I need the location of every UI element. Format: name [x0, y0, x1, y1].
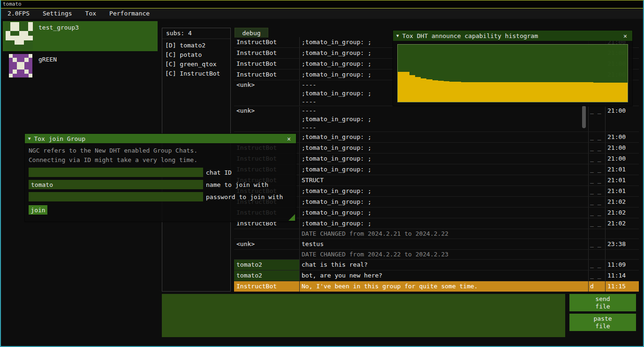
message-text: No, I've been in this group for quite so…	[300, 281, 589, 292]
subs-list-item[interactable]: [C] potato	[162, 50, 230, 60]
message-row[interactable]: <unk>----;tomato_in_group: ;----_ _21:00	[234, 106, 639, 132]
menu-item-settings[interactable]: Settings	[36, 8, 79, 19]
contact-item-test_group3[interactable]: test_group3	[3, 21, 158, 51]
chat-scrollbar-thumb[interactable]	[582, 106, 586, 128]
join-info-text: NGC refers to the New DHT enabled Group …	[25, 143, 296, 165]
histogram-bar	[593, 83, 599, 102]
histogram-bar	[536, 82, 541, 102]
sender-name: InstructBot	[234, 48, 300, 58]
message-text: ;tomato_in_group: ;	[300, 154, 589, 164]
join-group-titlebar[interactable]: ▼ Tox join Group ✕	[25, 134, 296, 143]
histogram-bar	[513, 82, 518, 102]
histogram-bar	[564, 82, 570, 102]
message-time: 21:01	[606, 175, 639, 185]
date-changed-row: DATE CHANGED from 2024.2.21 to 2024.2.22	[234, 229, 639, 239]
histogram-bar	[524, 82, 530, 102]
histogram-bar	[455, 82, 461, 102]
message-flags: _ _	[589, 270, 606, 281]
histogram-bar	[605, 83, 610, 102]
collapse-arrow-icon[interactable]: ▼	[28, 136, 30, 141]
histogram-bar	[553, 82, 559, 102]
message-flags: _ _	[589, 107, 606, 131]
subs-list: [D] tomato2[C] potato[C] green_qtox[C] I…	[162, 41, 230, 78]
join-field-label: password to join with	[206, 193, 283, 200]
menubar: 2.0FPSSettingsToxPerformance	[1, 8, 643, 19]
send-file-button[interactable]: send file	[569, 294, 636, 311]
sender-name: InstructBot	[234, 59, 300, 69]
test_group3-avatar-icon	[6, 22, 33, 49]
histogram-window: ▼ Tox DHT announce capability histogram …	[393, 30, 633, 106]
message-text: ;tomato_in_group: ;	[300, 218, 589, 229]
histogram-bar	[518, 82, 524, 102]
contact-name: gREEN	[38, 56, 57, 63]
message-flags: _ _	[589, 175, 606, 185]
histogram-bar	[576, 82, 582, 102]
paste-file-button[interactable]: paste file	[569, 314, 636, 331]
window-titlebar[interactable]: tomato	[1, 0, 643, 8]
menu-item-performance[interactable]: Performance	[103, 8, 156, 19]
join-input-password[interactable]	[29, 192, 203, 201]
message-row[interactable]: tomato2bot, are you new here?_ _11:14	[234, 270, 639, 281]
message-time: 11:14	[606, 270, 639, 281]
message-time: 11:15	[606, 281, 639, 292]
message-text: STRUCT	[300, 175, 589, 185]
histogram-plot[interactable]	[397, 44, 628, 102]
menubar-items: 2.0FPSSettingsToxPerformance	[1, 8, 156, 19]
close-icon[interactable]: ✕	[621, 32, 629, 39]
histogram-bar	[461, 82, 467, 102]
subs-list-item[interactable]: [D] tomato2	[162, 41, 230, 50]
message-text: bot, are you new here?	[300, 270, 589, 281]
message-text: ;tomato_in_group: ;	[300, 208, 589, 218]
message-row[interactable]: InstructBotNo, I've been in this group f…	[234, 281, 639, 292]
message-time: 21:00	[606, 154, 639, 164]
message-time: 21:02	[606, 218, 639, 229]
gREEN-avatar-icon	[9, 54, 32, 77]
histogram-bar	[622, 83, 628, 102]
histogram-bar	[449, 82, 455, 102]
histogram-bar	[541, 82, 547, 102]
join-input-name[interactable]	[29, 180, 203, 189]
message-text: ;tomato_in_group: ;	[300, 132, 589, 142]
message-time: 21:02	[606, 197, 639, 207]
histogram-titlebar[interactable]: ▼ Tox DHT announce capability histogram …	[393, 31, 632, 41]
message-flags: _ _	[589, 239, 606, 249]
message-text: ;tomato_in_group: ;	[300, 186, 589, 196]
message-text: ----;tomato_in_group: ;----	[300, 107, 589, 131]
collapse-arrow-icon[interactable]: ▼	[396, 33, 399, 38]
join-button[interactable]: join	[29, 205, 47, 215]
message-text: ;tomato_in_group: ;	[300, 197, 589, 207]
message-time: 21:00	[606, 132, 639, 142]
message-flags: _ _	[589, 260, 606, 270]
histogram-bar	[484, 82, 490, 102]
menu-item-2.0fps: 2.0FPS	[1, 8, 36, 19]
join-group-title: Tox join Group	[34, 135, 282, 142]
histogram-bar	[599, 83, 605, 102]
subs-list-item[interactable]: [C] green_qtox	[162, 60, 230, 69]
join-field-row: password to join with	[29, 192, 292, 201]
histogram-bar	[582, 82, 587, 102]
histogram-bar	[426, 79, 432, 102]
tab-debug[interactable]: debug	[235, 28, 268, 38]
message-flags: _ _	[589, 197, 606, 207]
subs-list-item[interactable]: [C] InstructBot	[162, 69, 230, 78]
message-row[interactable]: <unk>testus_ _23:38	[234, 239, 639, 250]
histogram-bar	[438, 81, 444, 102]
histogram-bar	[559, 82, 564, 102]
message-flags: _ _	[589, 154, 606, 164]
histogram-bar	[495, 82, 501, 102]
message-row[interactable]: tomato2chat is this real?_ _11:09	[234, 260, 639, 270]
message-input[interactable]	[162, 294, 565, 337]
resize-grip[interactable]	[288, 214, 295, 221]
join-field-label: chat ID	[206, 169, 232, 176]
sender-name: <unk>	[234, 239, 300, 249]
sender-name: InstructBot	[234, 281, 300, 292]
close-icon[interactable]: ✕	[285, 135, 293, 142]
join-input-chat-id[interactable]	[29, 168, 203, 177]
sender-name: tomato2	[234, 260, 300, 270]
message-flags: d	[589, 281, 606, 292]
sender-name: InstructBot	[234, 37, 300, 47]
contact-item-gREEN[interactable]: gREEN	[3, 53, 158, 83]
menu-item-tox[interactable]: Tox	[79, 8, 103, 19]
histogram-bar	[409, 75, 415, 102]
histogram-bar	[421, 78, 426, 102]
